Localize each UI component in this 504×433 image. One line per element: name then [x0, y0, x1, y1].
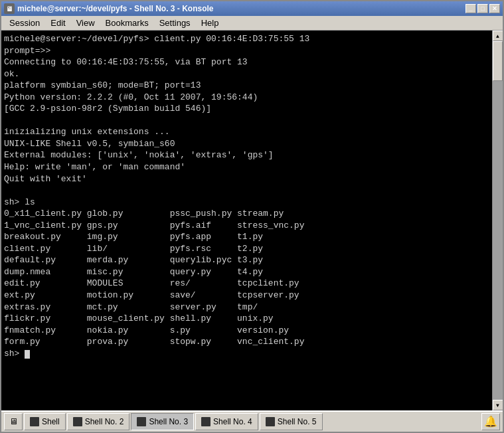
- menu-bookmarks[interactable]: Bookmarks: [100, 17, 154, 29]
- scrollbar[interactable]: ▲ ▼: [492, 31, 503, 410]
- close-button[interactable]: ✕: [489, 4, 500, 13]
- main-window: 🖥 michele@server:~/devel/pyfs - Shell No…: [0, 0, 504, 433]
- shell-4-icon: [201, 417, 210, 426]
- shell-5-icon: [266, 417, 275, 426]
- scroll-up-button[interactable]: ▲: [493, 31, 503, 41]
- taskbar-shell-2[interactable]: Shell No. 2: [67, 413, 130, 430]
- taskbar-launcher[interactable]: 🖥: [4, 413, 23, 430]
- title-bar-buttons: _ □ ✕: [465, 4, 500, 13]
- window-icon: 🖥: [4, 3, 15, 14]
- scrollbar-thumb[interactable]: [493, 41, 503, 81]
- shell-2-icon: [73, 417, 82, 426]
- scroll-down-button[interactable]: ▼: [493, 400, 503, 410]
- terminal-content[interactable]: michele@server:~/devel/pyfs> client.py 0…: [1, 31, 492, 410]
- shell-1-icon: [30, 417, 39, 426]
- menu-settings[interactable]: Settings: [154, 17, 196, 29]
- terminal-wrapper: michele@server:~/devel/pyfs> client.py 0…: [1, 31, 503, 410]
- taskbar-shell-3[interactable]: Shell No. 3: [131, 413, 194, 430]
- title-bar: 🖥 michele@server:~/devel/pyfs - Shell No…: [1, 1, 503, 16]
- shell-3-icon: [137, 417, 146, 426]
- launcher-icon: 🖥: [9, 417, 18, 427]
- menu-session[interactable]: Session: [4, 17, 45, 29]
- minimize-button[interactable]: _: [465, 4, 476, 13]
- cursor: [25, 350, 30, 359]
- scrollbar-track[interactable]: [493, 41, 503, 400]
- title-bar-left: 🖥 michele@server:~/devel/pyfs - Shell No…: [4, 3, 213, 14]
- maximize-button[interactable]: □: [477, 4, 488, 13]
- menu-help[interactable]: Help: [196, 17, 224, 29]
- taskbar-shell-3-label: Shell No. 3: [149, 417, 188, 426]
- taskbar-shell-4[interactable]: Shell No. 4: [195, 413, 258, 430]
- taskbar-shell-4-label: Shell No. 4: [213, 417, 252, 426]
- taskbar-shell-5[interactable]: Shell No. 5: [260, 413, 323, 430]
- menu-edit[interactable]: Edit: [45, 17, 70, 29]
- taskbar: 🖥 Shell Shell No. 2 Shell No. 3 Shell No…: [1, 410, 503, 432]
- taskbar-end-button[interactable]: 🔔: [481, 413, 500, 430]
- taskbar-shell-5-label: Shell No. 5: [278, 417, 317, 426]
- taskbar-shell-1-label: Shell: [42, 417, 60, 426]
- window-title: michele@server:~/devel/pyfs - Shell No. …: [17, 4, 213, 13]
- menu-view[interactable]: View: [71, 17, 100, 29]
- menu-bar: Session Edit View Bookmarks Settings Hel…: [1, 16, 503, 31]
- taskbar-shell-2-label: Shell No. 2: [85, 417, 124, 426]
- taskbar-shell-1[interactable]: Shell: [24, 413, 66, 430]
